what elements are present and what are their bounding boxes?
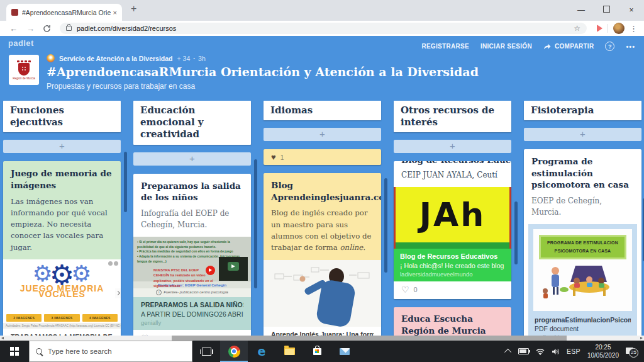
back-icon[interactable]: ← [9, 25, 18, 33]
folder-icon [284, 348, 295, 355]
logo-caption: Región de Murcia [13, 77, 35, 80]
column-header: Educación emocional y creatividad [133, 101, 251, 145]
post-card-estimulacion[interactable]: Programa de estimulación psicomotora en … [524, 149, 641, 341]
tray-chevron-up-icon[interactable] [504, 349, 511, 356]
like-count: 1 [280, 154, 284, 161]
file-explorer-button[interactable] [275, 341, 303, 362]
card-body: Las imágenes nos van informando por qué … [11, 196, 113, 253]
forward-icon[interactable]: → [26, 25, 35, 33]
card-body: Blog de inglés creado por un maestro par… [271, 207, 374, 253]
infographic-preview[interactable]: • Si el primer día no quieren salir, hay… [133, 237, 251, 281]
column-scrollbar[interactable] [514, 201, 518, 264]
new-tab-button[interactable]: + [131, 3, 136, 14]
help-icon[interactable]: ? [605, 42, 614, 51]
link-preview-footer[interactable]: PREPARAMOS LA SALIDA NIÑOS by pri... A P… [133, 297, 251, 330]
window-maximize-button[interactable] [594, 6, 619, 14]
extension-icon[interactable] [597, 25, 602, 32]
window-close-button[interactable]: × [619, 6, 644, 14]
add-post-button[interactable]: + [133, 152, 251, 166]
share-button[interactable]: COMPARTIR [543, 43, 594, 50]
link-source: ladiversidadmueveelmundo [400, 271, 505, 278]
start-button[interactable] [0, 341, 29, 362]
clock[interactable]: 20:25 10/05/2020 [587, 343, 619, 360]
page-title: #AprendoencasaRMurcia Orientación y Aten… [47, 65, 479, 79]
browser-menu-icon[interactable]: ⋮ [630, 24, 638, 33]
infographic-credit2: iFuentes- publicación centro psicología [133, 288, 251, 297]
add-post-button[interactable]: + [394, 140, 511, 153]
info-icon: i [156, 290, 162, 295]
more-options-icon[interactable]: ••• [626, 43, 635, 50]
notification-badge: 25 [629, 348, 638, 358]
search-icon [36, 348, 42, 354]
speaker-icon[interactable] [552, 348, 560, 355]
maximize-icon [603, 6, 610, 13]
profile-avatar[interactable] [613, 23, 625, 34]
card-like-fragment[interactable]: ♥ 1 [264, 149, 381, 165]
tray-time: 20:25 [587, 343, 619, 352]
link-preview-footer[interactable]: Blog de Recursos Educativos ¡ Hola chic@… [394, 249, 511, 281]
column-scrollbar[interactable] [254, 159, 257, 288]
doc-cartoon-image [536, 261, 629, 300]
heart-outline-icon[interactable]: ♡ [401, 285, 409, 294]
browser-tab[interactable]: #AprendoencasaRMurcia Orienta × [6, 4, 122, 21]
login-button[interactable]: INICIAR SESIÓN [480, 43, 532, 50]
pdf-attachment[interactable]: PROGRAMA DE ESTIMULACION PSICOMOTORA EN … [528, 224, 637, 341]
scroll-left-arrow-icon[interactable] [1, 337, 4, 339]
page-horizontal-scrollbar[interactable] [0, 336, 644, 341]
author-name[interactable]: Servicio de Atención a la Diversidad [59, 55, 173, 62]
toolbar-divider [608, 24, 608, 33]
column-idiomas: Idiomas + ♥ 1 Blog Aprendeinglesjuanra.c… [264, 98, 381, 341]
mail-button[interactable] [331, 341, 358, 362]
action-center-button[interactable]: 25 [626, 348, 635, 356]
whiteboard-photo[interactable] [264, 260, 381, 327]
bookmark-star-icon[interactable]: ☆ [574, 24, 580, 33]
taskbar-search-input[interactable]: Type here to search [29, 341, 192, 362]
column-scrollbar[interactable] [124, 152, 127, 212]
padlet-wall: Funciones ejecutivas + Juego de memoria … [0, 98, 644, 341]
chrome-taskbar-button[interactable] [220, 341, 248, 362]
add-post-button[interactable]: + [3, 140, 121, 153]
image-button: 4 IMAGENES [82, 314, 118, 322]
window-minimize-button[interactable]: — [569, 6, 594, 14]
share-arrow-icon [543, 43, 551, 50]
battery-icon[interactable] [518, 348, 529, 354]
tab-close-icon[interactable]: × [113, 9, 117, 16]
file-type: PDF document [535, 325, 631, 332]
column-header: Otros recursos de interés [394, 101, 511, 132]
page-subtitle: Propuestas y recursos para trabajar en c… [47, 82, 479, 91]
edge-icon: e [258, 346, 266, 358]
scrollbar-handle[interactable] [172, 336, 567, 341]
url-text[interactable]: padlet.com/diversidad2/recursos [77, 25, 574, 32]
post-card-juego-memoria[interactable]: Juego de memoria de imágenes Las imágene… [3, 161, 121, 341]
scroll-right-arrow-icon[interactable] [640, 337, 643, 339]
youtube-play-icon [206, 266, 215, 275]
microsoft-store-button[interactable] [303, 341, 331, 362]
address-bar[interactable]: padlet.com/diversidad2/recursos ☆ [60, 23, 587, 34]
murcia-logo: Región de Murcia [9, 55, 39, 85]
post-card-blog-recursos[interactable]: Blog de Recursos Educativos CEIP JUAN AY… [394, 161, 511, 299]
link-preview-image[interactable]: ⚙⚙⚙ JUEGO MEMORIA VOCALES [3, 259, 121, 313]
chevron-right-icon[interactable] [115, 288, 121, 298]
add-post-button[interactable]: + [264, 128, 381, 141]
padlet-brand[interactable]: padlet [8, 38, 34, 48]
chrome-icon [228, 346, 240, 358]
reload-icon[interactable] [43, 25, 51, 33]
post-card-preparamos-salida[interactable]: Preparamos la salida de los niños Infogr… [133, 174, 251, 341]
language-indicator[interactable]: ESP [567, 348, 580, 355]
wifi-icon[interactable] [536, 348, 545, 355]
link-title: Blog de Recursos Educativos [400, 252, 505, 260]
task-view-button[interactable] [192, 341, 220, 362]
column-scrollbar[interactable] [384, 178, 387, 273]
heart-filled-icon[interactable]: ♥ [271, 153, 276, 161]
clipped-card-title: Blog de Recursos Educativos [394, 161, 511, 167]
post-card-blog-ingles[interactable]: Blog Aprendeinglesjuanra.com Blog de ing… [264, 173, 381, 341]
banner-green-strip [394, 242, 511, 249]
column-funciones-ejecutivas: Funciones ejecutivas + Juego de memoria … [3, 98, 121, 341]
link-source: genially [141, 319, 243, 326]
like-row[interactable]: ♡ 0 [394, 281, 511, 299]
edge-taskbar-button[interactable]: e [248, 341, 275, 362]
blog-banner-image[interactable]: JAh [394, 187, 511, 242]
register-button[interactable]: REGISTRARSE [421, 43, 469, 50]
add-post-button[interactable]: + [524, 128, 641, 141]
link-description: A PARTIR DEL DOMINGO26 ABRIL LOS ... [141, 310, 243, 318]
